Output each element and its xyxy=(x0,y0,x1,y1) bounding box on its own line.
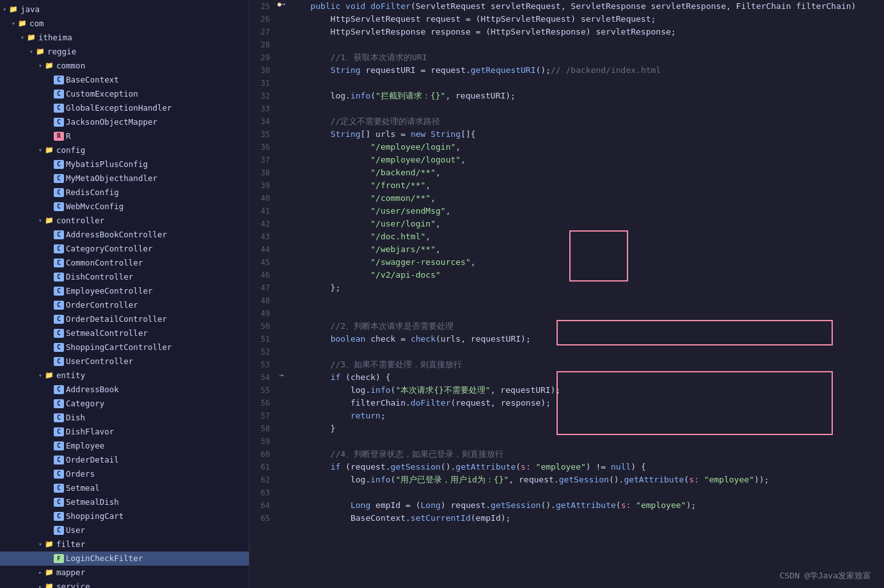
sidebar-item-GlobalExceptionHandler[interactable]: GlobalExceptionHandler xyxy=(0,101,249,115)
sidebar-item-DishController[interactable]: DishController xyxy=(0,270,249,284)
line-number-39: 39 xyxy=(249,179,275,192)
line-content-54: if (check) { xyxy=(288,371,884,384)
sidebar-item-Employee[interactable]: Employee xyxy=(0,439,249,453)
folder-icon-entity: 📁 xyxy=(45,369,54,382)
line-content-58: } xyxy=(288,422,884,435)
line-number-38: 38 xyxy=(249,166,275,179)
code-row-43: 43 "/doc.html", xyxy=(249,230,884,243)
code-row-36: 36 "/employee/login", xyxy=(249,141,884,154)
sidebar-item-AddressBook[interactable]: AddressBook xyxy=(0,383,249,397)
class-icon-DishFlavor xyxy=(54,427,64,436)
sidebar-item-config[interactable]: 📁config xyxy=(0,143,249,157)
class-icon-SetmealDish xyxy=(54,498,64,507)
sidebar-item-RedisConfig[interactable]: RedisConfig xyxy=(0,186,249,200)
code-row-28: 28 xyxy=(249,38,884,51)
sidebar-item-controller[interactable]: 📁controller xyxy=(0,214,249,228)
line-number-55: 55 xyxy=(249,384,275,397)
folder-arrow-java xyxy=(0,3,9,16)
sidebar-item-EmployeeController[interactable]: EmployeeController xyxy=(0,284,249,298)
sidebar-item-WebMvcConfig[interactable]: WebMvcConfig xyxy=(0,200,249,214)
sidebar-item-LoginCheckFilter[interactable]: LoginCheckFilter xyxy=(0,552,249,566)
code-row-60: 60 //4、判断登录状态，如果已登录，则直接放行 xyxy=(249,448,884,461)
class-icon-ShoppingCart xyxy=(54,512,64,521)
sidebar-item-OrderDetailController[interactable]: OrderDetailController xyxy=(0,312,249,326)
class-icon-OrderDetailController xyxy=(54,315,64,324)
line-number-52: 52 xyxy=(249,346,275,358)
sidebar-item-mapper[interactable]: 📁mapper xyxy=(0,566,249,580)
sidebar-item-service[interactable]: 📁service xyxy=(0,580,249,588)
sidebar-item-User[interactable]: User xyxy=(0,523,249,537)
sidebar-item-Orders[interactable]: Orders xyxy=(0,467,249,481)
sidebar-item-CategoryController[interactable]: CategoryController xyxy=(0,242,249,256)
sidebar-item-OrderController[interactable]: OrderController xyxy=(0,298,249,312)
sidebar-item-CommonController[interactable]: CommonController xyxy=(0,256,249,270)
sidebar-item-Dish[interactable]: Dish xyxy=(0,411,249,425)
sidebar-item-OrderDetail[interactable]: OrderDetail xyxy=(0,453,249,467)
folder-arrow-controller xyxy=(36,214,45,227)
line-content-51: boolean check = check(urls, requestURI); xyxy=(288,333,884,346)
sidebar-item-itheima[interactable]: 📁itheima xyxy=(0,31,249,45)
line-gutter-54: → xyxy=(275,371,288,379)
item-label-CustomException: CustomException xyxy=(66,88,138,100)
sidebar-item-SetmealDish[interactable]: SetmealDish xyxy=(0,495,249,509)
sidebar-item-R[interactable]: R xyxy=(0,129,249,143)
sidebar-item-filter[interactable]: 📁filter xyxy=(0,537,249,552)
class-icon-Category xyxy=(54,399,64,408)
line-content-38: "/backend/**", xyxy=(288,166,884,179)
sidebar-item-MyMetaObjecthandler[interactable]: MyMetaObjecthandler xyxy=(0,171,249,186)
class-icon-Dish xyxy=(54,413,64,422)
code-row-53: 53 //3、如果不需要处理，则直接放行 xyxy=(249,358,884,371)
line-number-42: 42 xyxy=(249,218,275,230)
sidebar-item-Category[interactable]: Category xyxy=(0,397,249,411)
sidebar-item-BaseContext[interactable]: BaseContext xyxy=(0,73,249,87)
item-label-mapper: mapper xyxy=(56,566,85,579)
sidebar-item-java[interactable]: 📁java xyxy=(0,3,249,17)
sidebar-item-JacksonObjectMapper[interactable]: JacksonObjectMapper xyxy=(0,115,249,129)
sidebar-item-ShoppingCart[interactable]: ShoppingCart xyxy=(0,509,249,523)
item-label-Employee: Employee xyxy=(66,440,104,452)
folder-icon-controller: 📁 xyxy=(45,214,54,227)
sidebar-item-DishFlavor[interactable]: DishFlavor xyxy=(0,425,249,439)
line-number-31: 31 xyxy=(249,77,275,90)
line-number-30: 30 xyxy=(249,64,275,77)
sidebar-item-Setmeal[interactable]: Setmeal xyxy=(0,481,249,495)
code-row-61: 61 if (request.getSession().getAttribute… xyxy=(249,461,884,473)
line-number-59: 59 xyxy=(249,435,275,448)
line-number-36: 36 xyxy=(249,141,275,154)
code-row-54: 54→ if (check) { xyxy=(249,371,884,384)
line-content-44: "/webjars/**", xyxy=(288,243,884,256)
code-editor: 25●→ public void doFilter(ServletRequest… xyxy=(249,0,884,588)
sidebar-item-ShoppingCartController[interactable]: ShoppingCartController xyxy=(0,340,249,354)
line-content-41: "/user/sendMsg", xyxy=(288,205,884,218)
code-content[interactable]: 25●→ public void doFilter(ServletRequest… xyxy=(249,0,884,588)
item-label-com: com xyxy=(29,17,44,30)
folder-icon-service: 📁 xyxy=(45,580,54,588)
sidebar-item-SetmealController[interactable]: SetmealController xyxy=(0,326,249,340)
line-content-42: "/user/login", xyxy=(288,218,884,230)
item-label-CommonController: CommonController xyxy=(66,257,143,269)
line-number-64: 64 xyxy=(249,499,275,512)
code-row-29: 29 //1、获取本次请求的URI xyxy=(249,51,884,64)
class-icon-Setmeal xyxy=(54,484,64,493)
class-icon-ShoppingCartController xyxy=(54,343,64,352)
sidebar-item-AddressBookController[interactable]: AddressBookController xyxy=(0,228,249,242)
folder-icon-itheima: 📁 xyxy=(27,31,36,44)
line-number-43: 43 xyxy=(249,230,275,243)
folder-arrow-config xyxy=(36,144,45,157)
line-content-56: filterChain.doFilter(request, response); xyxy=(288,397,884,409)
sidebar-item-common[interactable]: 📁common xyxy=(0,59,249,73)
line-number-28: 28 xyxy=(249,38,275,51)
line-number-40: 40 xyxy=(249,192,275,205)
sidebar-item-MybatisPlusConfig[interactable]: MybatisPlusConfig xyxy=(0,157,249,171)
sidebar-item-com[interactable]: 📁com xyxy=(0,17,249,31)
item-label-Setmeal: Setmeal xyxy=(66,482,100,495)
line-content-55: log.info("本次请求{}不需要处理", requestURI); xyxy=(288,384,884,397)
item-label-CategoryController: CategoryController xyxy=(66,242,152,255)
sidebar-item-reggie[interactable]: 📁reggie xyxy=(0,45,249,59)
sidebar-item-CustomException[interactable]: CustomException xyxy=(0,87,249,101)
sidebar-item-UserController[interactable]: UserController xyxy=(0,354,249,369)
line-gutter-25: ●→ xyxy=(275,0,288,8)
sidebar-item-entity[interactable]: 📁entity xyxy=(0,369,249,383)
class-icon-Employee xyxy=(54,441,64,450)
line-number-41: 41 xyxy=(249,205,275,218)
